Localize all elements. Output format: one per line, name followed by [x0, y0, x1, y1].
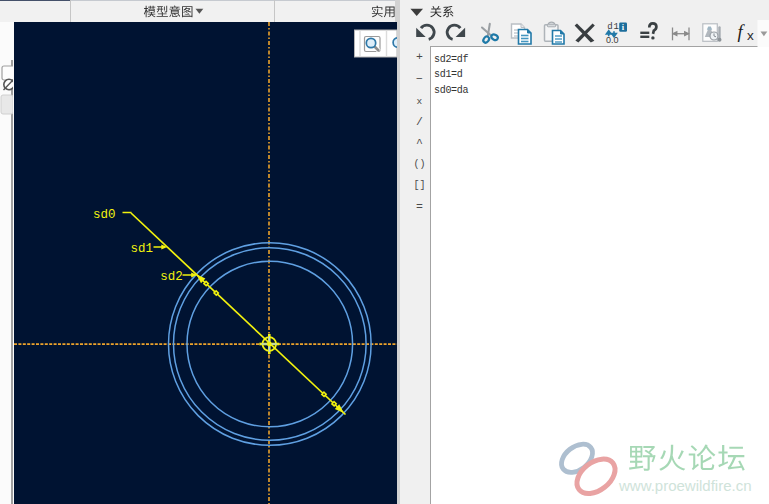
svg-text:[]: []	[413, 180, 425, 191]
svg-text:x: x	[417, 96, 423, 107]
svg-text:www.proewildfire.cn: www.proewildfire.cn	[618, 477, 752, 494]
svg-text:=: =	[416, 200, 423, 213]
svg-text:sd1: sd1	[131, 242, 154, 256]
svg-text:f: f	[738, 22, 746, 42]
svg-text:/: /	[416, 115, 423, 128]
svg-text:0.0: 0.0	[606, 35, 619, 45]
svg-text:−: −	[416, 72, 423, 85]
svg-text:sd0: sd0	[93, 208, 116, 222]
svg-text:x: x	[747, 28, 754, 43]
svg-text:+: +	[416, 50, 423, 63]
svg-text:^: ^	[416, 136, 423, 149]
svg-text:sd2: sd2	[160, 270, 183, 284]
svg-text:(): ()	[413, 159, 425, 170]
